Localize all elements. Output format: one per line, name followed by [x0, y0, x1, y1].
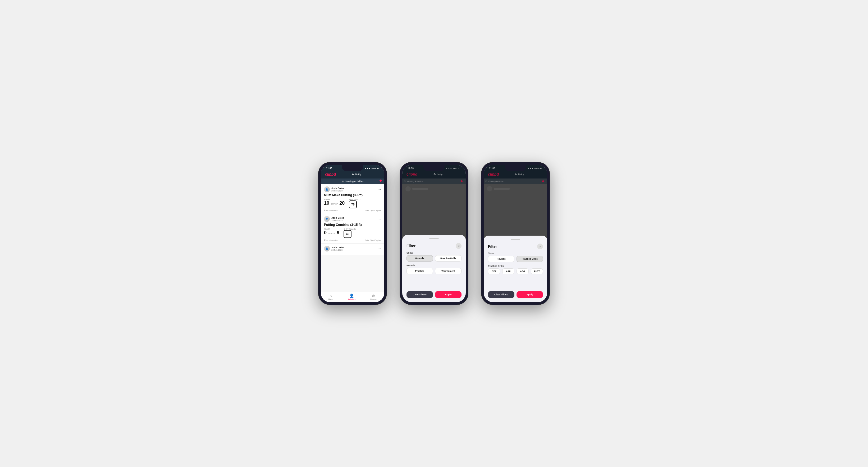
user-date-1: 28 Feb 2023 — [331, 190, 344, 192]
practice-drills-btn-3[interactable]: Practice Drills — [517, 256, 543, 262]
filter-close-2[interactable]: ✕ — [456, 243, 462, 249]
apply-btn-2[interactable]: Apply — [435, 291, 462, 298]
arg-btn-3[interactable]: ARG — [517, 269, 529, 274]
user-info-1: 👤 Josh Coles 28 Feb 2023 — [324, 186, 344, 192]
wifi-icon: WiFi — [371, 167, 376, 169]
card-header-3: 👤 Josh Coles 28 Feb 2023 ··· — [324, 246, 381, 251]
drills-label-3: Practice Drills — [488, 265, 543, 267]
viewing-bar-text: Viewing Activities — [345, 180, 364, 183]
filter-header-2: Filter ✕ — [406, 243, 462, 249]
filter-actions-3: Clear Filters Apply — [488, 291, 543, 298]
dimmed-area-3: ⊞ Viewing Activities Filter — [484, 179, 547, 302]
filter-header-3: Filter ✕ — [488, 244, 543, 249]
phone-1: 11:33 ▲▲▲ WiFi 51 clippd Activity ☰ ⊞ Vi… — [318, 162, 387, 305]
phone-screen-2: 11:33 ▲▲▲ WiFi 51 clippd Activity ☰ ⊞ Vi… — [402, 165, 466, 302]
sq-label-2: Shot Quality — [344, 228, 356, 230]
data-source-1: Data: Clippd Capture — [365, 210, 381, 212]
hamburger-icon[interactable]: ☰ — [377, 173, 380, 176]
more-options-2[interactable]: ··· — [378, 217, 381, 221]
practice-drills-btn-2[interactable]: Practice Drills — [435, 255, 462, 261]
card-header-2: 👤 Josh Coles 28 Feb 2023 ··· — [324, 216, 381, 222]
rounds-buttons-2: Practice Tournament — [406, 268, 462, 274]
filter-show-section-2: Show Rounds Practice Drills — [406, 251, 462, 261]
filter-show-section-3: Show Rounds Practice Drills — [488, 252, 543, 262]
test-info-2: ℹ Test Information — [324, 239, 338, 241]
rounds-btn-2[interactable]: Rounds — [406, 255, 433, 261]
sq-badge-2: 45 — [344, 230, 351, 238]
clear-filters-btn-3[interactable]: Clear Filters — [488, 291, 515, 298]
tournament-btn-2[interactable]: Tournament — [435, 268, 462, 274]
status-icons: ▲▲▲ WiFi 51 — [365, 167, 379, 169]
nav-capture[interactable]: ⊕ Capture — [370, 293, 377, 300]
score-inline-1: 10 OUT OF 20 — [324, 200, 345, 206]
score-label-1: Score — [324, 198, 345, 200]
notch — [342, 165, 363, 171]
app-btn-3[interactable]: APP — [502, 269, 515, 274]
user-name-3: Josh Coles — [331, 246, 344, 249]
stats-row-1: Score 10 OUT OF 20 Shot Quality 75 — [324, 198, 381, 208]
user-details-3: Josh Coles 28 Feb 2023 — [331, 246, 344, 251]
activity-card-2: 👤 Josh Coles 28 Feb 2023 ··· Putting Com… — [321, 214, 384, 244]
capture-icon: ⊕ — [372, 293, 375, 298]
user-name-1: Josh Coles — [331, 187, 344, 190]
filter-close-3[interactable]: ✕ — [537, 244, 543, 249]
filter-overlay-3: Filter ✕ Show Rounds Practice Drills Pra… — [484, 165, 547, 302]
logo: clippd — [325, 172, 336, 176]
score-value-1: 10 — [324, 200, 329, 206]
filter-sheet-2: Filter ✕ Show Rounds Practice Drills Rou… — [402, 235, 466, 302]
app-header: clippd Activity ☰ — [321, 170, 384, 179]
filter-actions-2: Clear Filters Apply — [406, 291, 462, 298]
nav-home[interactable]: ⌂ Home — [328, 293, 333, 300]
more-options-3[interactable]: ··· — [378, 247, 381, 250]
filter-overlay-2: Filter ✕ Show Rounds Practice Drills Rou… — [402, 165, 466, 302]
viewing-activities-bar[interactable]: ⊞ Viewing Activities — [321, 179, 384, 184]
drag-handle-3 — [511, 239, 520, 240]
dimmed-area-2: ⊞ Viewing Activities Filter — [402, 179, 466, 302]
sq-label-1: Shot Quality — [349, 198, 362, 200]
putt-btn-3[interactable]: PUTT — [531, 269, 543, 274]
rounds-btn-3[interactable]: Rounds — [488, 256, 515, 262]
user-info-2: 👤 Josh Coles 28 Feb 2023 — [324, 216, 344, 222]
activity-card-1: 👤 Josh Coles 28 Feb 2023 ··· Must Make P… — [321, 184, 384, 214]
score-group-1: Score 10 OUT OF 20 — [324, 198, 345, 206]
nav-activities[interactable]: 👤 Activities — [348, 293, 355, 300]
show-label-3: Show — [488, 252, 543, 255]
show-buttons-3: Rounds Practice Drills — [488, 256, 543, 262]
card-footer-2: ℹ Test Information Data: Clippd Capture — [324, 239, 381, 241]
phone-3: 11:33 ▲▲▲ WiFi 51 clippd Activity ☰ ⊞ Vi… — [481, 162, 550, 305]
shots-value-1: 20 — [339, 200, 345, 206]
avatar-2: 👤 — [324, 216, 330, 222]
activity-title-1: Must Make Putting (3-6 ft) — [324, 193, 381, 197]
activity-title-2: Putting Combine (3-15 ft) — [324, 223, 381, 227]
avatar-1: 👤 — [324, 186, 330, 192]
filter-title-3: Filter — [488, 244, 497, 249]
filter-rounds-section-2: Rounds Practice Tournament — [406, 264, 462, 274]
phone-screen-3: 11:33 ▲▲▲ WiFi 51 clippd Activity ☰ ⊞ Vi… — [484, 165, 547, 302]
score-inline-2: 0 OUT OF 9 — [324, 230, 339, 236]
practice-round-btn-2[interactable]: Practice — [406, 268, 433, 274]
time: 11:33 — [326, 167, 332, 169]
data-source-2: Data: Clippd Capture — [365, 239, 381, 241]
drag-handle-2 — [429, 238, 439, 239]
phone-screen: 11:33 ▲▲▲ WiFi 51 clippd Activity ☰ ⊞ Vi… — [321, 165, 384, 302]
battery-icon: 51 — [377, 167, 379, 169]
user-name-2: Josh Coles — [331, 217, 344, 219]
more-options-1[interactable]: ··· — [378, 187, 381, 191]
ott-btn-3[interactable]: OTT — [488, 269, 500, 274]
notification-dot — [379, 180, 382, 182]
shots-value-2: 9 — [337, 230, 339, 236]
filter-sheet-3: Filter ✕ Show Rounds Practice Drills Pra… — [484, 236, 547, 302]
show-label-2: Show — [406, 251, 462, 254]
out-of-1: OUT OF — [331, 203, 338, 205]
activity-card-3: 👤 Josh Coles 28 Feb 2023 ··· — [321, 244, 384, 255]
stats-row-2: Score 0 OUT OF 9 Shot Quality 45 — [324, 228, 381, 238]
phone-2: 11:33 ▲▲▲ WiFi 51 clippd Activity ☰ ⊞ Vi… — [400, 162, 468, 305]
avatar-img-1: 👤 — [324, 186, 330, 192]
filter-drills-section-3: Practice Drills OTT APP ARG PUTT — [488, 265, 543, 274]
clear-filters-btn-2[interactable]: Clear Filters — [406, 291, 433, 298]
avatar-img-2: 👤 — [324, 216, 330, 222]
apply-btn-3[interactable]: Apply — [517, 291, 543, 298]
bottom-nav: ⌂ Home 👤 Activities ⊕ Capture — [321, 292, 384, 302]
show-buttons-2: Rounds Practice Drills — [406, 255, 462, 261]
nav-capture-label: Capture — [370, 298, 377, 300]
